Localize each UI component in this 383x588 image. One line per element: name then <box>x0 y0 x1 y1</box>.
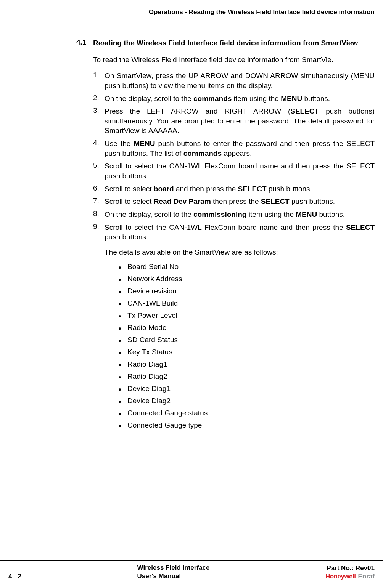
logo-row: Honeywell Enraf <box>325 573 375 580</box>
page-footer: 4 - 2 Wireless Field Interface User's Ma… <box>0 560 383 580</box>
section-heading: 4.1 Reading the Wireless Field Interface… <box>76 38 375 48</box>
bullet-text: Connected Gauge type <box>127 421 375 429</box>
bullet-item: ●Board Serial No <box>118 263 375 272</box>
bullet-item: ●SD Card Status <box>118 336 375 345</box>
bullet-item: ●Device revision <box>118 287 375 296</box>
step-text: On SmartView, press the UP ARROW and DOW… <box>105 71 375 90</box>
bullet-icon: ● <box>118 263 127 272</box>
bullet-item: ●CAN-1WL Build <box>118 299 375 308</box>
bullet-icon: ● <box>118 397 127 406</box>
step-text: Scroll to select Read Dev Param then pre… <box>105 197 375 207</box>
part-number: Part No.: Rev01 <box>325 564 375 572</box>
bullet-icon: ● <box>118 360 127 369</box>
bullet-icon: ● <box>118 348 127 357</box>
step-number: 1. <box>93 71 105 90</box>
bullet-item: ●Device Diag1 <box>118 385 375 394</box>
intro-paragraph: To read the Wireless Field Interface fie… <box>93 55 375 65</box>
bullet-icon: ● <box>118 311 127 320</box>
step-item: 7.Scroll to select Read Dev Param then p… <box>93 197 375 207</box>
bullet-item: ●Radio Diag1 <box>118 360 375 369</box>
bullet-icon: ● <box>118 372 127 381</box>
bullet-text: Key Tx Status <box>127 348 375 356</box>
step-number: 9. <box>93 223 105 242</box>
bullet-icon: ● <box>118 336 127 345</box>
step-number: 2. <box>93 94 105 104</box>
step-number: 5. <box>93 161 105 181</box>
bullet-text: Device Diag2 <box>127 397 375 405</box>
step-number: 4. <box>93 139 105 158</box>
details-intro: The details available on the SmartView a… <box>105 248 375 256</box>
bullet-item: ●Key Tx Status <box>118 348 375 357</box>
bullet-icon: ● <box>118 409 127 418</box>
bullet-item: ●Radio Mode <box>118 324 375 333</box>
honeywell-logo: Honeywell <box>325 573 356 580</box>
bullet-text: Radio Mode <box>127 324 375 332</box>
step-item: 8.On the display, scroll to the commissi… <box>93 210 375 219</box>
header-title: Operations - Reading the Wireless Field … <box>8 8 375 16</box>
bullet-text: Connected Gauge status <box>127 409 375 417</box>
step-item: 9.Scroll to select the CAN-1WL FlexConn … <box>93 223 375 242</box>
step-item: 2.On the display, scroll to the commands… <box>93 94 375 104</box>
step-item: 6.Scroll to select board and then press … <box>93 184 375 194</box>
step-text: On the display, scroll to the commission… <box>105 210 375 219</box>
bullet-icon: ● <box>118 299 127 308</box>
doc-title-line2: User's Manual <box>137 572 210 580</box>
bullet-text: Device Diag1 <box>127 385 375 393</box>
step-text: Scroll to select board and then press th… <box>105 184 375 194</box>
main-content: 4.1 Reading the Wireless Field Interface… <box>76 38 375 433</box>
bullet-item: ●Radio Diag2 <box>118 372 375 381</box>
section-number: 4.1 <box>76 38 93 48</box>
bullet-icon: ● <box>118 275 127 284</box>
step-number: 6. <box>93 184 105 194</box>
bullet-text: Device revision <box>127 287 375 295</box>
numbered-steps: 1.On SmartView, press the UP ARROW and D… <box>93 71 375 242</box>
bullet-item: ●Connected Gauge status <box>118 409 375 418</box>
footer-right: Part No.: Rev01 Honeywell Enraf <box>325 564 375 580</box>
doc-title-line1: Wireless Field Interface <box>137 564 210 572</box>
step-text: On the display, scroll to the commands i… <box>105 94 375 104</box>
page-number: 4 - 2 <box>8 573 21 580</box>
bullet-text: CAN-1WL Build <box>127 299 375 308</box>
step-text: Scroll to select the CAN-1WL FlexConn bo… <box>105 223 375 242</box>
step-text: Scroll to select the CAN-1WL FlexConn bo… <box>105 161 375 181</box>
bullet-item: ●Network Address <box>118 275 375 284</box>
step-item: 1.On SmartView, press the UP ARROW and D… <box>93 71 375 90</box>
step-number: 8. <box>93 210 105 219</box>
bullet-item: ●Device Diag2 <box>118 397 375 406</box>
bullet-icon: ● <box>118 421 127 430</box>
doc-title: Wireless Field Interface User's Manual <box>137 564 210 580</box>
step-item: 3.Press the LEFT ARROW and RIGHT ARROW (… <box>93 106 375 136</box>
step-item: 5.Scroll to select the CAN-1WL FlexConn … <box>93 161 375 181</box>
bullet-text: Network Address <box>127 275 375 283</box>
enraf-logo: Enraf <box>358 573 375 580</box>
bullet-icon: ● <box>118 385 127 394</box>
bullet-text: Radio Diag1 <box>127 360 375 369</box>
bullet-item: ●Tx Power Level <box>118 311 375 320</box>
bullet-list: ●Board Serial No●Network Address●Device … <box>118 263 375 430</box>
step-number: 7. <box>93 197 105 207</box>
bullet-text: Board Serial No <box>127 263 375 271</box>
bullet-text: Tx Power Level <box>127 311 375 320</box>
bullet-text: SD Card Status <box>127 336 375 344</box>
section-title: Reading the Wireless Field Interface fie… <box>93 38 358 48</box>
bullet-text: Radio Diag2 <box>127 372 375 381</box>
bullet-icon: ● <box>118 287 127 296</box>
bullet-item: ●Connected Gauge type <box>118 421 375 430</box>
step-item: 4.Use the MENU push buttons to enter the… <box>93 139 375 158</box>
page-header: Operations - Reading the Wireless Field … <box>0 8 383 19</box>
bullet-icon: ● <box>118 324 127 333</box>
step-number: 3. <box>93 106 105 136</box>
step-text: Use the MENU push buttons to enter the p… <box>105 139 375 158</box>
step-text: Press the LEFT ARROW and RIGHT ARROW (SE… <box>105 106 375 136</box>
